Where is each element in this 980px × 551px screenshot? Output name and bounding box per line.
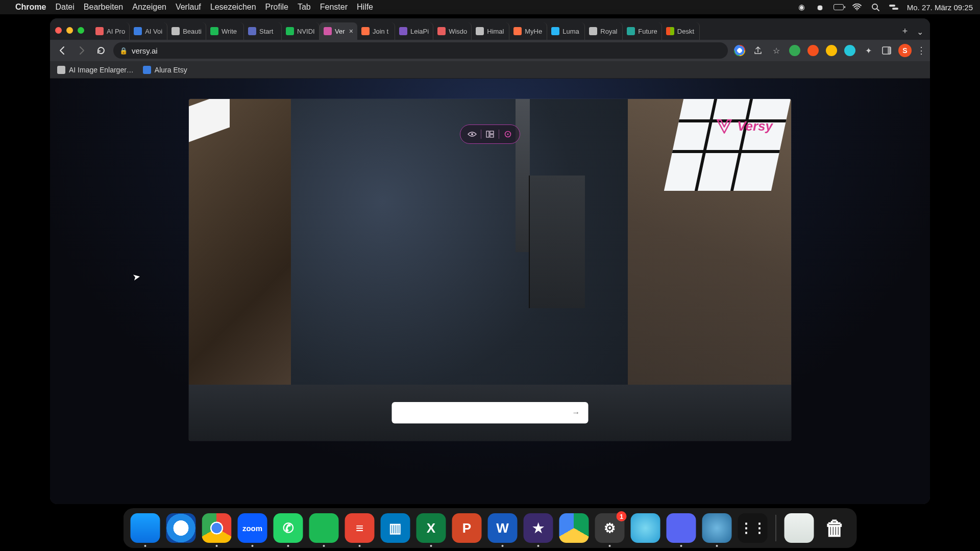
tab-label: NVIDI — [297, 28, 315, 35]
forward-button[interactable] — [75, 43, 89, 58]
dock-app-trello[interactable]: ▥ — [381, 513, 410, 543]
browser-tab[interactable]: Ver× — [320, 22, 357, 40]
prompt-input[interactable] — [399, 409, 572, 417]
versy-3d-viewport[interactable]: Versy → — [189, 99, 791, 441]
browser-tab[interactable]: Royal — [585, 22, 623, 40]
menu-tab[interactable]: Tab — [298, 3, 311, 12]
control-center-icon[interactable] — [889, 3, 899, 12]
back-button[interactable] — [55, 43, 69, 58]
dock-app-powerpoint[interactable]: P — [452, 513, 482, 543]
profile-avatar[interactable]: S — [898, 44, 912, 57]
dock-running-indicator — [216, 545, 218, 547]
viewer-eye-button[interactable] — [463, 127, 481, 141]
tab-label: AI Voi — [145, 28, 163, 35]
prompt-submit-icon[interactable]: → — [572, 408, 581, 417]
page-content: Versy → ➤ — [50, 79, 930, 504]
browser-tab[interactable]: Join t — [357, 22, 395, 40]
browser-tab[interactable]: Beauti — [167, 22, 206, 40]
dock-app-zoom[interactable]: zoom — [238, 513, 267, 543]
browser-tab[interactable]: LeiaPi — [395, 22, 433, 40]
menubar-datetime[interactable]: Mo. 27. März 09:25 — [907, 3, 973, 12]
browser-tab[interactable]: Himal — [472, 22, 509, 40]
dock-app-voice-memos[interactable]: ⋮⋮ — [738, 513, 768, 543]
browser-tab[interactable]: Deskt — [662, 22, 700, 40]
dock-app-imovie[interactable]: ★ — [524, 513, 553, 543]
dock-app-siri[interactable] — [631, 513, 660, 543]
dock-running-indicator — [323, 545, 325, 547]
bookmark-ai-image-enlarger[interactable]: AI Image Enlarger… — [57, 66, 134, 74]
bookmark-label: AI Image Enlarger… — [69, 66, 134, 74]
dock-app-spotify[interactable] — [309, 513, 339, 543]
macos-menubar: Chrome Datei Bearbeiten Anzeigen Verlauf… — [0, 0, 980, 14]
tab-close-icon[interactable]: × — [349, 27, 353, 35]
tab-favicon — [589, 27, 597, 35]
battery-status-icon[interactable] — [834, 3, 844, 12]
sidepanel-icon[interactable] — [880, 44, 893, 57]
menu-fenster[interactable]: Fenster — [320, 3, 348, 12]
browser-tab[interactable]: Write — [206, 22, 244, 40]
tab-label: Future — [638, 28, 657, 35]
dock-trash[interactable]: 🗑 — [820, 513, 850, 543]
menubar-app-name[interactable]: Chrome — [15, 3, 46, 12]
menu-hilfe[interactable]: Hilfe — [357, 3, 373, 12]
tab-favicon — [134, 27, 142, 35]
window-minimize-button[interactable] — [66, 27, 73, 34]
window-maximize-button[interactable] — [78, 27, 84, 34]
dock-running-indicator — [609, 545, 611, 547]
browser-tab[interactable]: MyHe — [509, 22, 547, 40]
browser-tab[interactable]: AI Pro — [91, 22, 130, 40]
dock-app-safari[interactable] — [166, 513, 196, 543]
extension-teal-icon[interactable] — [843, 44, 856, 57]
browser-tab[interactable]: Luma — [547, 22, 585, 40]
extension-orange-icon[interactable] — [806, 44, 820, 57]
tab-favicon — [437, 27, 446, 35]
window-close-button[interactable] — [55, 27, 62, 34]
tab-overflow-button[interactable]: ⌄ — [913, 27, 927, 37]
versy-brand-text: Versy — [737, 118, 773, 134]
dock-app-finder[interactable] — [131, 513, 160, 543]
spotlight-icon[interactable] — [870, 3, 880, 12]
browser-tab[interactable]: AI Voi — [130, 22, 167, 40]
record-status-icon[interactable]: ◉ — [797, 3, 807, 12]
tab-favicon — [248, 27, 256, 35]
screen-record-icon[interactable]: ⏺ — [815, 3, 825, 12]
chrome-menu-button[interactable]: ⋮ — [917, 45, 925, 56]
dock-desktop-preview[interactable] — [785, 513, 814, 543]
viewer-layout-button[interactable] — [481, 127, 499, 141]
extension-yellow-icon[interactable] — [825, 44, 838, 57]
google-lens-icon[interactable] — [733, 44, 746, 57]
menu-datei[interactable]: Datei — [55, 3, 74, 12]
bookmark-star-icon[interactable]: ☆ — [770, 44, 783, 57]
dock-app-whatsapp[interactable]: ✆ — [274, 513, 303, 543]
menu-bearbeiten[interactable]: Bearbeiten — [84, 3, 123, 12]
menu-profile[interactable]: Profile — [265, 3, 288, 12]
menu-verlauf[interactable]: Verlauf — [176, 3, 201, 12]
browser-tab[interactable]: NVIDI — [282, 22, 320, 40]
dock-app-word[interactable]: W — [488, 513, 518, 543]
extensions-puzzle-icon[interactable]: ✦ — [862, 44, 875, 57]
address-bar[interactable]: 🔒 versy.ai — [113, 42, 728, 59]
new-tab-button[interactable]: + — [897, 23, 913, 39]
dock-running-indicator — [430, 545, 432, 547]
dock-app-quicktime[interactable] — [702, 513, 732, 543]
dock-app-drive[interactable] — [559, 513, 589, 543]
viewer-target-button[interactable] — [499, 127, 517, 141]
wifi-icon[interactable] — [852, 3, 862, 12]
browser-tab[interactable]: Wisdo — [433, 22, 472, 40]
prompt-bar[interactable]: → — [392, 402, 589, 423]
dock-app-chrome[interactable] — [202, 513, 232, 543]
dock-divider — [776, 515, 776, 541]
dock-app-excel[interactable]: X — [416, 513, 446, 543]
share-icon[interactable] — [751, 44, 765, 57]
dock-app-settings[interactable]: ⚙1 — [595, 513, 625, 543]
reload-button[interactable] — [94, 43, 108, 58]
dock-app-todoist[interactable]: ≡ — [345, 513, 375, 543]
menu-lesezeichen[interactable]: Lesezeichen — [210, 3, 256, 12]
browser-tab[interactable]: Start — [244, 22, 282, 40]
browser-tab[interactable]: Future — [623, 22, 662, 40]
menu-anzeigen[interactable]: Anzeigen — [132, 3, 166, 12]
svg-rect-8 — [486, 131, 489, 137]
extension-shield-icon[interactable] — [788, 44, 801, 57]
bookmark-alura-etsy[interactable]: Alura Etsy — [143, 66, 187, 74]
dock-app-discord[interactable] — [667, 513, 696, 543]
